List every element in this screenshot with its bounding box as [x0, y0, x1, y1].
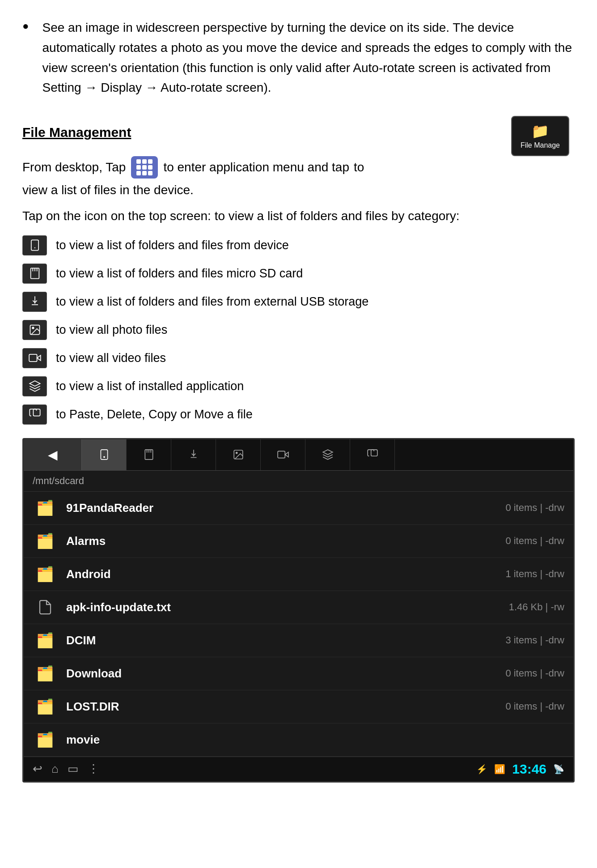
back-nav-icon[interactable]: ↩: [33, 762, 42, 776]
device-screenshot: ◀: [22, 438, 575, 783]
page-content: ● See an image in widescreen perspective…: [0, 0, 597, 783]
list-item: to view all video files: [22, 348, 575, 368]
dot: [136, 159, 141, 164]
home-nav-icon[interactable]: ⌂: [51, 762, 59, 776]
list-item: to view all photo files: [22, 320, 575, 340]
file-name: 91PandaReader: [66, 501, 505, 515]
file-name: Alarms: [66, 534, 505, 548]
file-meta: 1.46 Kb | -rw: [509, 601, 564, 613]
folder-icon: 🗂️: [33, 564, 57, 584]
device-statusbar: ↩ ⌂ ▭ ⋮ ⚡ 📶 13:46 📡: [24, 757, 573, 781]
toolbar-device-btn[interactable]: [82, 439, 127, 470]
dot: [142, 165, 147, 170]
paste-icon: [22, 404, 47, 425]
file-row[interactable]: 🗂️ movie: [24, 723, 573, 757]
file-meta: 0 items | -drw: [505, 701, 564, 712]
file-management-section: File Management 📁 File Manage From deskt…: [22, 116, 575, 783]
video-icon: [22, 348, 47, 368]
file-row[interactable]: 🗂️ LOST.DIR 0 items | -drw: [24, 690, 573, 723]
list-item: to view a list of folders and files from…: [22, 292, 575, 312]
intro-middle: to enter application menu and tap: [163, 160, 349, 174]
toolbar-usb-btn[interactable]: [171, 439, 216, 470]
file-manager-icon-label: File Manage: [521, 141, 560, 149]
item-label: to view all video files: [56, 351, 166, 365]
file-meta: 0 items | -drw: [505, 535, 564, 547]
svg-rect-20: [278, 451, 285, 458]
folder-icon: 🗂️: [33, 697, 57, 717]
file-name: Android: [66, 567, 505, 581]
file-manager-intro: From desktop, Tap to enter application m…: [22, 156, 575, 179]
item-label: to view a list of folders and files micr…: [56, 267, 303, 281]
toolbar-apps-btn[interactable]: [305, 439, 350, 470]
item-label: to view a list of folders and files from…: [56, 295, 368, 309]
dot: [148, 171, 152, 175]
bullet-text: See an image in widescreen perspective b…: [42, 18, 575, 98]
svg-rect-9: [29, 354, 37, 362]
toolbar-photo-btn[interactable]: [216, 439, 261, 470]
file-row[interactable]: 🗂️ 91PandaReader 0 items | -drw: [24, 492, 573, 525]
dots-grid: [136, 159, 152, 175]
photo-icon: [22, 320, 47, 340]
status-time: 13:46: [512, 762, 546, 777]
dot: [142, 159, 147, 164]
view-list-text: view a list of files in the device.: [22, 183, 575, 197]
svg-point-1: [34, 247, 35, 248]
list-item: to view a list of installed application: [22, 376, 575, 396]
wifi-icon: 📶: [494, 764, 505, 774]
apps-grid-icon: [131, 156, 158, 179]
svg-rect-11: [101, 450, 107, 460]
item-label: to view all photo files: [56, 323, 167, 337]
svg-point-7: [32, 328, 34, 329]
dot: [142, 171, 147, 175]
dot: [136, 165, 141, 170]
bullet-dot: ●: [22, 20, 29, 32]
file-row[interactable]: 🗂️ Download 0 items | -drw: [24, 657, 573, 690]
list-item: to view a list of folders and files micr…: [22, 264, 575, 284]
svg-marker-8: [37, 356, 40, 361]
file-row[interactable]: 🗂️ Android 1 items | -drw: [24, 558, 573, 591]
file-icon: [33, 597, 57, 617]
nav-buttons: ↩ ⌂ ▭ ⋮: [33, 762, 99, 776]
folder-icon: 🗂️: [33, 498, 57, 518]
svg-point-12: [103, 457, 104, 458]
file-row[interactable]: apk-info-update.txt 1.46 Kb | -rw: [24, 591, 573, 624]
file-name: apk-info-update.txt: [66, 600, 509, 614]
dot: [148, 159, 152, 164]
list-item: to view a list of folders and files from…: [22, 235, 575, 255]
usb-icon: [22, 292, 47, 312]
file-list-container: 🗂️ 91PandaReader 0 items | -drw 🗂️ Alarm…: [24, 492, 573, 757]
back-button[interactable]: ◀: [24, 439, 82, 470]
list-item: to Paste, Delete, Copy or Move a file: [22, 404, 575, 425]
file-row[interactable]: 🗂️ Alarms 0 items | -drw: [24, 525, 573, 558]
item-label: to view a list of installed application: [56, 379, 244, 393]
toolbar-video-btn[interactable]: [261, 439, 305, 470]
svg-rect-0: [31, 240, 38, 251]
icon-list: to view a list of folders and files from…: [22, 235, 575, 425]
item-label: to view a list of folders and files from…: [56, 238, 289, 252]
file-row[interactable]: 🗂️ DCIM 3 items | -drw: [24, 624, 573, 657]
toolbar-paste-btn[interactable]: [350, 439, 395, 470]
to-text: to: [354, 160, 364, 174]
file-meta: 1 items | -drw: [505, 568, 564, 580]
file-meta: 0 items | -drw: [505, 668, 564, 679]
folder-emoji-icon: 📁: [531, 123, 549, 140]
signal-icon: 📡: [553, 764, 564, 774]
intro-before: From desktop, Tap: [22, 160, 126, 174]
menu-nav-icon[interactable]: ⋮: [88, 762, 99, 776]
item-label: to Paste, Delete, Copy or Move a file: [56, 408, 253, 421]
svg-point-18: [236, 452, 237, 454]
sd-card-icon: [22, 264, 47, 284]
file-name: DCIM: [66, 634, 505, 647]
device-toolbar: ◀: [24, 439, 573, 471]
bullet-section: ● See an image in widescreen perspective…: [22, 18, 575, 98]
usb-indicator-icon: ⚡: [476, 764, 487, 774]
device-icon: [22, 235, 47, 255]
toolbar-sd-btn[interactable]: [127, 439, 171, 470]
recents-nav-icon[interactable]: ▭: [68, 762, 79, 776]
folder-icon: 🗂️: [33, 730, 57, 750]
file-manager-app-icon: 📁 File Manage: [511, 116, 569, 156]
path-bar: /mnt/sdcard: [24, 471, 573, 492]
file-meta: 3 items | -drw: [505, 634, 564, 646]
folder-icon: 🗂️: [33, 531, 57, 551]
folder-icon: 🗂️: [33, 664, 57, 684]
